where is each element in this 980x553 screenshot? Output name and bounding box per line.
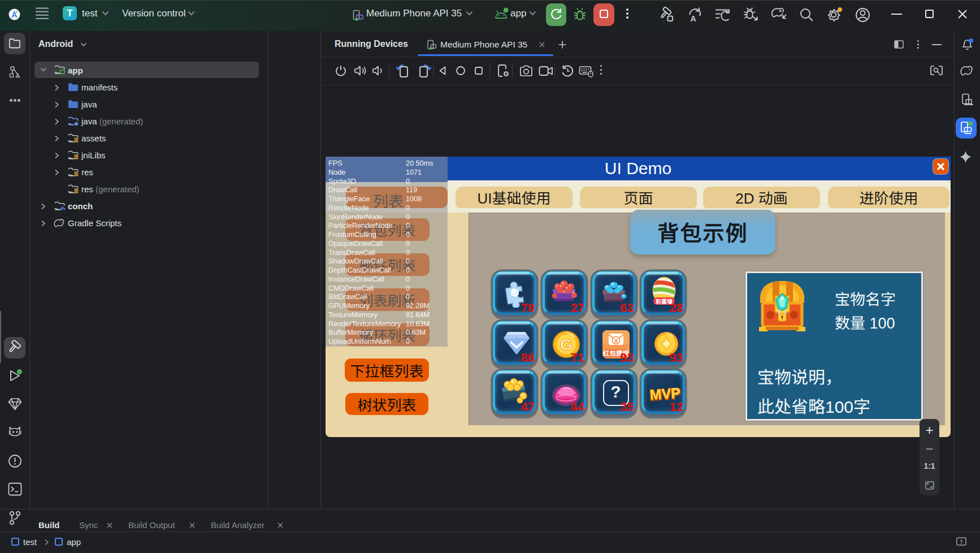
svg-text:A: A (691, 14, 696, 22)
svg-text:¥: ¥ (614, 337, 618, 344)
